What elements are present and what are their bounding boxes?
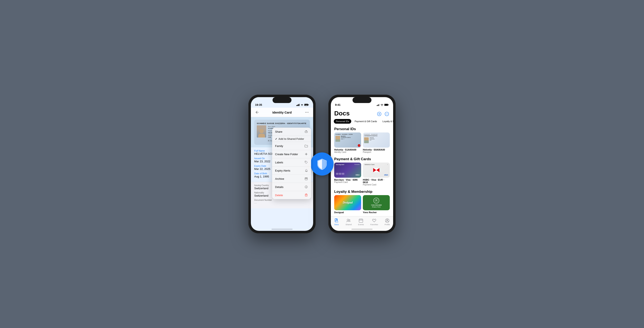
menu-item-details[interactable]: Details bbox=[272, 183, 311, 191]
section-title-personal-ids: Personal IDs bbox=[331, 125, 393, 132]
svg-rect-52 bbox=[335, 221, 338, 222]
wifi-icon-right bbox=[380, 104, 384, 106]
scene: 19:35 100 Identity bbox=[236, 82, 408, 246]
status-icons-left: 100 bbox=[296, 104, 309, 106]
card-hsbc[interactable]: Advance Card ✦ bbox=[363, 163, 390, 186]
card-type-hsbc: Payment Card bbox=[363, 184, 390, 186]
menu-label-delete: Delete bbox=[275, 194, 304, 197]
card-type-passport: Passport bbox=[363, 151, 390, 153]
menu-label-archive: Archive bbox=[275, 177, 304, 180]
tab-bar-shared[interactable]: Shared bbox=[346, 218, 352, 226]
right-scroll-content: Personal IDs SCHWEIZ · SVIZZERA · SVIZRA bbox=[331, 125, 393, 231]
id-photo bbox=[257, 125, 266, 137]
svg-rect-56 bbox=[359, 219, 363, 222]
id-card-area: SCHWEIZ SUISSE SVIZZERA · IDENTITÄTSKART… bbox=[251, 117, 313, 147]
status-time-left: 19:35 bbox=[255, 103, 262, 106]
value-expiry-date: Mar 22, 2025 bbox=[254, 167, 270, 171]
left-phone-screen: 19:35 100 Identity bbox=[251, 97, 313, 231]
home-indicator-right bbox=[352, 229, 372, 230]
card-name-desigual: Desigual bbox=[334, 211, 361, 214]
svg-rect-35 bbox=[388, 104, 389, 105]
menu-section-label: Add to Shared Folder bbox=[278, 137, 304, 140]
menu-item-labels[interactable]: Labels bbox=[272, 158, 311, 167]
tab-bar-favorites[interactable]: Favorites bbox=[370, 218, 378, 226]
menu-label-create-folder: Create New Folder bbox=[275, 153, 304, 156]
tab-payment-cards[interactable]: Payment & Gift Cards bbox=[352, 119, 379, 124]
menu-label-family: Family bbox=[275, 144, 304, 148]
dynamic-island-right bbox=[352, 97, 372, 103]
header-icons-right bbox=[376, 110, 390, 117]
card-name-helvetia-id: Helvetia · S1A00A00 bbox=[334, 148, 361, 151]
svg-point-61 bbox=[386, 219, 388, 221]
tab-loyalty[interactable]: Loyalty & Mem… bbox=[380, 119, 393, 124]
value-doc-number: — bbox=[254, 201, 310, 205]
card-helvetia-id[interactable]: SCHWEIZ · SVIZZERA · SVIZRA HELVETIA SCH… bbox=[334, 132, 361, 153]
docs-tab-label: Docs bbox=[334, 224, 339, 226]
home-indicator-left bbox=[272, 229, 292, 230]
plus-icon bbox=[304, 152, 308, 156]
svg-point-11 bbox=[308, 112, 308, 113]
app-logo bbox=[310, 152, 334, 176]
menu-section-add-to-shared: ✓ Add to Shared Folder bbox=[272, 136, 311, 142]
menu-item-archive[interactable]: Archive bbox=[272, 175, 311, 183]
card-img-barclays: barclaycard Forward VISA bbox=[334, 163, 361, 178]
svg-point-42 bbox=[387, 114, 388, 114]
label-doc-number: Document Number bbox=[254, 199, 310, 201]
svg-rect-28 bbox=[377, 105, 377, 106]
menu-item-delete[interactable]: Delete bbox=[272, 191, 311, 199]
right-phone: 9:41 Docs bbox=[328, 95, 396, 233]
svg-rect-1 bbox=[297, 105, 298, 106]
card-type-barclays: Payment Card bbox=[334, 181, 361, 183]
menu-item-expiry-alerts[interactable]: Expiry Alerts bbox=[272, 167, 311, 175]
menu-item-create-folder[interactable]: Create New Folder bbox=[272, 150, 311, 158]
add-button-right[interactable] bbox=[376, 111, 382, 117]
back-button-left[interactable] bbox=[254, 109, 260, 115]
card-name-barclays: Barclays · Visa · 4286 bbox=[334, 179, 361, 181]
card-name-passport: Helvetia · S0A00A00 bbox=[363, 148, 390, 151]
card-name-yves: Yves Rocher bbox=[363, 211, 390, 214]
tab-bar-docs[interactable]: Docs bbox=[334, 218, 339, 226]
shield-logo-icon bbox=[316, 158, 328, 170]
docs-tab-icon bbox=[334, 218, 339, 223]
card-yves-rocher[interactable]: YVES ROCHERBretagne, France Yves Rocher bbox=[363, 195, 390, 214]
tab-personal-ids[interactable]: Personal IDs bbox=[334, 119, 351, 124]
status-time-right: 9:41 bbox=[335, 103, 340, 106]
svg-point-16 bbox=[306, 162, 306, 162]
right-phone-screen: 9:41 Docs bbox=[331, 97, 393, 231]
svg-point-41 bbox=[386, 114, 387, 114]
svg-text:100: 100 bbox=[305, 104, 308, 106]
shared-tab-icon bbox=[346, 218, 351, 223]
more-button-left[interactable] bbox=[304, 109, 310, 115]
wifi-icon-left bbox=[300, 104, 304, 106]
svg-rect-23 bbox=[305, 194, 307, 196]
tab-loyalty-label: Loyalty & Mem… bbox=[382, 120, 393, 123]
profile-tab-label: Profile bbox=[384, 224, 390, 226]
events-tab-icon bbox=[358, 218, 364, 223]
card-barclays[interactable]: barclaycard Forward VISA Barclays bbox=[334, 163, 361, 186]
menu-item-share[interactable]: Share bbox=[272, 128, 311, 136]
svg-rect-0 bbox=[296, 105, 297, 106]
more-button-right[interactable] bbox=[384, 111, 390, 117]
tab-bar-profile[interactable]: Profile bbox=[384, 218, 390, 226]
section-title-payment: Payment & Gift Cards bbox=[331, 155, 393, 163]
share-icon bbox=[304, 130, 308, 133]
svg-point-55 bbox=[349, 220, 350, 221]
card-desigual[interactable]: Desigual Desigual bbox=[334, 195, 361, 214]
menu-label-expiry-alerts: Expiry Alerts bbox=[275, 169, 304, 172]
field-doc-number: Document Number — bbox=[254, 199, 310, 205]
svg-rect-2 bbox=[298, 104, 299, 106]
menu-item-family[interactable]: Family bbox=[272, 142, 311, 150]
card-passport[interactable]: PASSPORT · PASSEPORT CONFŒDERATIO HELVET… bbox=[363, 132, 390, 153]
tab-bar-events[interactable]: Events bbox=[358, 218, 364, 226]
svg-point-10 bbox=[307, 112, 307, 113]
info-icon bbox=[304, 185, 308, 189]
card-img-helvetia-id: SCHWEIZ · SVIZZERA · SVIZRA HELVETIA SCH… bbox=[334, 132, 361, 148]
svg-point-9 bbox=[305, 112, 306, 113]
checkmark-icon: ✓ bbox=[275, 137, 277, 140]
card-type-helvetia-id: Identity Card bbox=[334, 151, 361, 153]
right-header: Docs bbox=[331, 108, 393, 118]
events-tab-label: Events bbox=[358, 224, 364, 226]
svg-rect-30 bbox=[378, 104, 379, 106]
dynamic-island-left bbox=[272, 97, 292, 103]
folder-icon bbox=[304, 144, 308, 148]
